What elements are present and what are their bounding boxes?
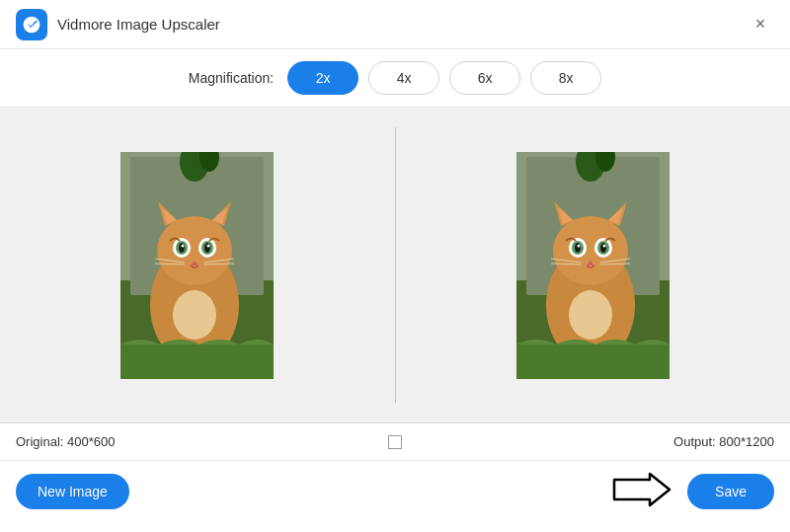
output-size-label: Output: 800*1200 xyxy=(673,434,774,449)
save-button[interactable]: Save xyxy=(687,474,774,509)
svg-point-18 xyxy=(182,244,185,247)
magnification-label: Magnification: xyxy=(189,70,274,86)
svg-point-25 xyxy=(173,290,216,340)
svg-point-16 xyxy=(179,243,185,253)
output-image-panel xyxy=(396,152,791,379)
mag-4x-button[interactable]: 4x xyxy=(368,61,439,95)
svg-point-17 xyxy=(204,243,210,253)
new-image-button[interactable]: New Image xyxy=(16,474,129,509)
mag-6x-button[interactable]: 6x xyxy=(449,61,520,95)
mag-2x-button[interactable]: 2x xyxy=(287,61,358,95)
bottom-bar: New Image Save xyxy=(0,461,790,521)
title-bar: Vidmore Image Upscaler × xyxy=(0,0,790,49)
svg-point-45 xyxy=(600,243,606,253)
svg-point-46 xyxy=(577,244,580,247)
svg-point-35 xyxy=(553,216,628,285)
svg-point-44 xyxy=(575,243,581,253)
svg-point-47 xyxy=(602,244,605,247)
app-title: Vidmore Image Upscaler xyxy=(57,16,220,33)
status-bar: Original: 400*600 Output: 800*1200 xyxy=(0,423,790,461)
app-logo-icon xyxy=(22,15,41,35)
svg-marker-57 xyxy=(614,474,670,505)
magnification-bar: Magnification: 2x 4x 6x 8x xyxy=(0,49,790,108)
bottom-right-actions: Save xyxy=(612,472,774,511)
arrow-right-icon xyxy=(612,472,672,511)
svg-point-7 xyxy=(157,216,232,285)
original-size-label: Original: 400*600 xyxy=(16,434,115,449)
svg-point-19 xyxy=(207,244,210,247)
svg-point-53 xyxy=(569,290,612,340)
svg-rect-56 xyxy=(516,344,670,379)
original-cat-image xyxy=(120,152,274,379)
mag-8x-button[interactable]: 8x xyxy=(530,61,601,95)
status-bar-inner: Original: 400*600 Output: 800*1200 xyxy=(16,434,774,449)
arrow-icon-svg xyxy=(612,472,672,507)
svg-rect-28 xyxy=(120,344,274,379)
close-button[interactable]: × xyxy=(747,11,774,38)
comparison-checkbox[interactable] xyxy=(388,435,402,449)
app-icon xyxy=(16,9,47,40)
main-content xyxy=(0,108,790,423)
output-cat-image xyxy=(516,152,670,379)
original-image-panel xyxy=(0,152,395,379)
title-left: Vidmore Image Upscaler xyxy=(16,9,220,40)
